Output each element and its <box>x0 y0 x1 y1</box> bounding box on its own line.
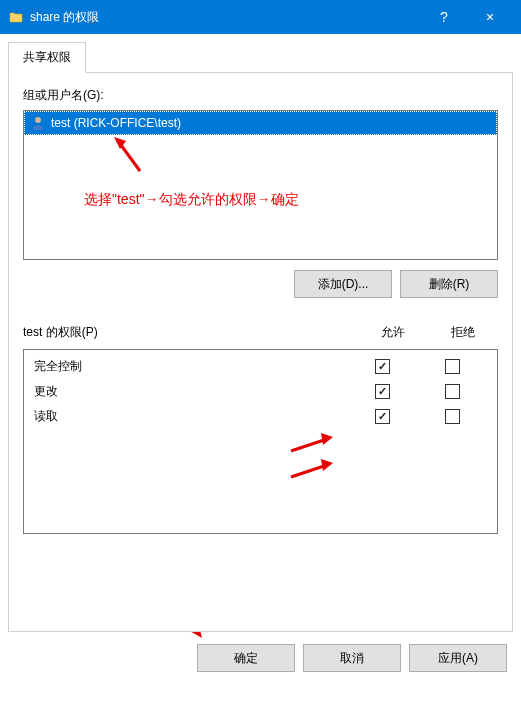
allow-checkbox[interactable] <box>375 409 390 424</box>
tab-body: 组或用户名(G): test (RICK-OFFICE\test) <box>8 72 513 632</box>
perm-row: 更改 <box>24 379 497 404</box>
perm-name: 读取 <box>34 408 347 425</box>
user-icon <box>29 114 47 132</box>
deny-checkbox[interactable] <box>445 359 460 374</box>
tab-container: 共享权限 组或用户名(G): test (RICK-OFFICE\test) <box>8 42 513 632</box>
arrow-annotation-3 <box>287 457 337 489</box>
allow-checkbox[interactable] <box>375 384 390 399</box>
user-list[interactable]: test (RICK-OFFICE\test) 选择"test"→勾选允许的权限… <box>23 110 498 260</box>
window-title: share 的权限 <box>30 9 421 26</box>
svg-text:系统之家: 系统之家 <box>450 676 507 692</box>
instruction-annotation: 选择"test"→勾选允许的权限→确定 <box>84 191 299 209</box>
col-deny-label: 拒绝 <box>428 324 498 341</box>
close-button[interactable]: × <box>467 0 513 34</box>
titlebar: share 的权限 ? × <box>0 0 521 34</box>
perm-row: 完全控制 <box>24 354 497 379</box>
allow-checkbox[interactable] <box>375 359 390 374</box>
tab-header: 共享权限 <box>8 42 513 72</box>
permissions-header: test 的权限(P) 允许 拒绝 <box>23 324 498 341</box>
remove-button[interactable]: 删除(R) <box>400 270 498 298</box>
permissions-title: test 的权限(P) <box>23 324 358 341</box>
svg-rect-1 <box>426 685 436 694</box>
deny-checkbox[interactable] <box>445 409 460 424</box>
svg-point-0 <box>35 117 41 123</box>
deny-checkbox[interactable] <box>445 384 460 399</box>
titlebar-buttons: ? × <box>421 0 513 34</box>
perm-name: 完全控制 <box>34 358 347 375</box>
dialog-body: 共享权限 组或用户名(G): test (RICK-OFFICE\test) <box>0 34 521 715</box>
permissions-section: test 的权限(P) 允许 拒绝 完全控制更改读取 <box>23 324 498 534</box>
user-name: test (RICK-OFFICE\test) <box>51 116 181 130</box>
ok-button[interactable]: 确定 <box>197 644 295 672</box>
watermark: 系统之家 <box>399 659 519 713</box>
perm-name: 更改 <box>34 383 347 400</box>
col-allow-label: 允许 <box>358 324 428 341</box>
arrow-annotation-2 <box>287 431 337 463</box>
add-button[interactable]: 添加(D)... <box>294 270 392 298</box>
cancel-button[interactable]: 取消 <box>303 644 401 672</box>
group-users-label: 组或用户名(G): <box>23 87 498 104</box>
user-item-test[interactable]: test (RICK-OFFICE\test) <box>24 111 497 135</box>
help-button[interactable]: ? <box>421 0 467 34</box>
perm-row: 读取 <box>24 404 497 429</box>
user-buttons-row: 添加(D)... 删除(R) <box>23 270 498 298</box>
arrow-annotation-1 <box>112 135 152 179</box>
folder-icon <box>8 9 24 25</box>
tab-share-permissions[interactable]: 共享权限 <box>8 42 86 73</box>
permissions-table: 完全控制更改读取 <box>23 349 498 534</box>
